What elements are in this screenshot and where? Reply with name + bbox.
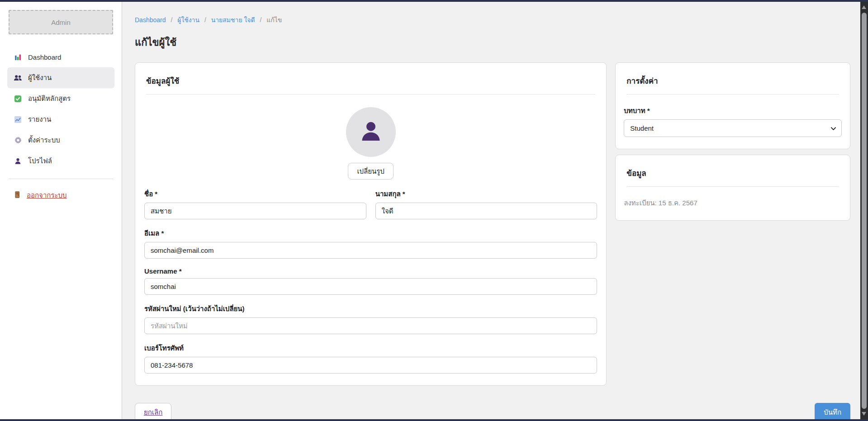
sidebar-item-approve-courses[interactable]: อนุมัติหลักสูตร — [7, 88, 114, 109]
door-icon — [14, 191, 21, 200]
sidebar-item-label: โปรไฟล์ — [28, 156, 52, 166]
role-label: บทบาท * — [624, 105, 842, 116]
window-top-bar — [0, 0, 868, 2]
window-bottom-bar — [0, 419, 868, 421]
sidebar-item-label: Dashboard — [28, 53, 61, 61]
gear-icon — [14, 136, 22, 144]
sidebar-item-label: รายงาน — [28, 114, 51, 125]
breadcrumb: Dashboard / ผู้ใช้งาน / นายสมชาย ใจดี / … — [135, 15, 850, 25]
sidebar-item-reports[interactable]: รายงาน — [7, 109, 114, 130]
brand-label: Admin — [51, 19, 71, 26]
email-label: อีเมล * — [144, 228, 597, 239]
bar-chart-icon — [14, 53, 22, 61]
cancel-button[interactable]: ยกเลิก — [135, 403, 171, 419]
phone-label: เบอร์โทรศัพท์ — [144, 343, 597, 354]
person-icon — [14, 157, 22, 165]
user-form-card: ข้อมูลผู้ใช้ เปลี่ยนรูป — [135, 62, 607, 386]
new-password-field[interactable] — [144, 317, 597, 334]
info-card-title: ข้อมูล — [616, 155, 850, 186]
sidebar-divider — [9, 179, 113, 179]
email-field[interactable] — [144, 242, 597, 259]
sidebar-item-system-settings[interactable]: ตั้งค่าระบบ — [7, 130, 114, 151]
first-name-field[interactable] — [144, 203, 366, 219]
sidebar-item-label: ผู้ใช้งาน — [28, 72, 52, 83]
sidebar-item-profile[interactable]: โปรไฟล์ — [7, 151, 114, 171]
save-button[interactable]: บันทึก — [815, 403, 850, 419]
breadcrumb-link-users[interactable]: ผู้ใช้งาน — [177, 16, 199, 24]
logout-label: ออกจากระบบ — [27, 190, 67, 201]
last-name-label: นามสกุล * — [375, 189, 598, 199]
role-select[interactable]: Student — [624, 119, 842, 137]
sidebar-item-users[interactable]: ผู้ใช้งาน — [7, 67, 114, 88]
brand-logo-placeholder: Admin — [9, 10, 113, 34]
breadcrumb-current: แก้ไข — [266, 16, 282, 24]
breadcrumb-link-dashboard[interactable]: Dashboard — [135, 16, 166, 24]
avatar-section: เปลี่ยนรูป — [144, 107, 597, 180]
breadcrumb-separator: / — [260, 16, 262, 24]
breadcrumb-link-user-name[interactable]: นายสมชาย ใจดี — [211, 16, 255, 24]
check-icon — [14, 95, 22, 103]
sidebar-item-label: ตั้งค่าระบบ — [28, 135, 60, 146]
last-name-field[interactable] — [375, 203, 598, 219]
sidebar-item-label: อนุมัติหลักสูตร — [28, 93, 71, 104]
new-password-label: รหัสผ่านใหม่ (เว้นว่างถ้าไม่เปลี่ยน) — [144, 303, 597, 314]
avatar-person-icon — [358, 118, 384, 146]
phone-field[interactable] — [144, 357, 597, 374]
registered-date-text: ลงทะเบียน: 15 ธ.ค. 2567 — [624, 198, 842, 208]
sidebar-item-dashboard[interactable]: Dashboard — [7, 47, 114, 67]
username-label: Username * — [144, 267, 597, 275]
vertical-scrollbar[interactable] — [860, 2, 868, 419]
breadcrumb-separator: / — [204, 16, 206, 24]
breadcrumb-separator: / — [171, 16, 172, 24]
chart-line-icon — [14, 116, 22, 123]
sidebar-menu: Dashboard ผู้ใช้งาน อนุมัติหลักสูตร — [7, 47, 114, 171]
scrollbar-up-arrow-icon[interactable] — [862, 5, 866, 9]
scrollbar-thumb[interactable] — [862, 13, 867, 409]
info-card: ข้อมูล ลงทะเบียน: 15 ธ.ค. 2567 — [615, 155, 850, 221]
settings-card-title: การตั้งค่า — [616, 63, 850, 94]
user-card-title: ข้อมูลผู้ใช้ — [135, 63, 606, 94]
main-content: Dashboard / ผู้ใช้งาน / นายสมชาย ใจดี / … — [123, 2, 860, 419]
change-photo-button[interactable]: เปลี่ยนรูป — [348, 163, 393, 180]
username-field[interactable] — [144, 278, 597, 295]
first-name-label: ชื่อ * — [144, 189, 366, 199]
form-actions: ยกเลิก บันทึก — [135, 403, 850, 419]
users-icon — [14, 74, 22, 82]
logout-button[interactable]: ออกจากระบบ — [7, 185, 114, 205]
sidebar: Admin Dashboard ผู้ใช้งา — [0, 2, 122, 419]
settings-card: การตั้งค่า บทบาท * Student — [615, 62, 850, 149]
scrollbar-down-arrow-icon[interactable] — [862, 412, 866, 416]
avatar — [346, 107, 396, 157]
page-title: แก้ไขผู้ใช้ — [135, 34, 850, 50]
